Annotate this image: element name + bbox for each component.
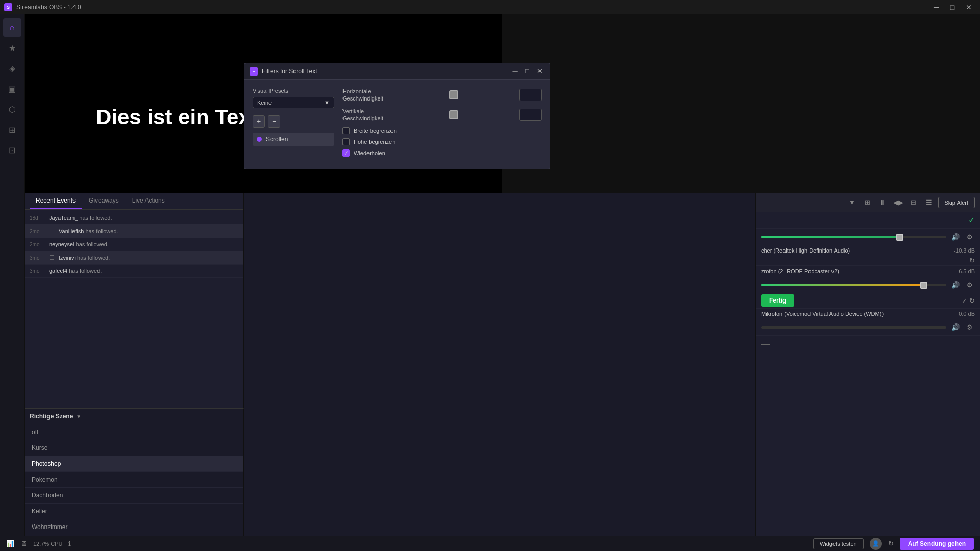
limit-height-checkbox[interactable]	[342, 138, 350, 145]
tab-live-actions[interactable]: Live Actions	[126, 193, 171, 209]
bottom-area: Recent Events Giveaways Live Actions 18d…	[24, 193, 980, 551]
audio-db-2: -6.5 dB	[957, 268, 975, 274]
preset-dropdown[interactable]: Keine ▼	[253, 97, 334, 108]
event-text: JayaTeam_ has followed.	[49, 215, 238, 221]
audio-track-2-container: 🔊 ⚙	[756, 277, 980, 293]
settings-icon-3[interactable]: ⚙	[965, 322, 975, 332]
dropdown-arrow-icon: ▼	[324, 99, 330, 106]
refresh-icon-1[interactable]: ↻	[969, 257, 975, 264]
dropdown-icon-button[interactable]: ▼	[846, 196, 859, 209]
sidebar-icon-scene[interactable]: ▣	[3, 80, 21, 98]
audio-track-3-container: 🔊 ⚙	[756, 319, 980, 336]
audio-thumb-2[interactable]	[920, 282, 927, 289]
status-right: Widgets testen 👤 ↻ Auf Sendung gehen	[813, 538, 974, 550]
settings-icon-2[interactable]: ⚙	[965, 280, 975, 290]
filter-close-button[interactable]: ✕	[534, 67, 545, 76]
event-time: 2mo	[30, 242, 45, 247]
filter-icon-button[interactable]: ⊟	[908, 196, 920, 209]
info-icon-button[interactable]: ℹ	[68, 540, 71, 547]
list-icon-button[interactable]: ☰	[923, 196, 935, 209]
fertig-area: Fertig	[761, 294, 794, 307]
volume-icon-3[interactable]: 🔊	[950, 322, 961, 332]
audio-name-db-2: zrofon (2- RODE Podcaster v2) -6.5 dB	[756, 266, 980, 277]
scene-item-pokemon[interactable]: Pokemon	[24, 472, 243, 488]
close-button[interactable]: ✕	[962, 2, 976, 12]
scenes-header: Richtige Szene ▼	[24, 409, 243, 424]
limit-width-label: Breite begrenzen	[354, 128, 397, 134]
repeat-checkbox[interactable]: ✓	[342, 149, 350, 157]
sidebar-icon-home[interactable]: ⌂	[3, 18, 21, 37]
audio-device-2-name: zrofon (2- RODE Podcaster v2)	[761, 268, 839, 274]
filter-left-panel: Visual Presets Keine ▼ + − Sc	[253, 88, 334, 161]
scene-item-keller[interactable]: Keller	[24, 504, 243, 519]
event-time: 2mo	[30, 229, 45, 234]
audio-check-1-button[interactable]: ✓	[968, 215, 975, 225]
right-toolbar: ▼ ⊞ ⏸ ◀▶ ⊟ ☰ Skip Alert	[756, 193, 980, 212]
maximize-button[interactable]: □	[945, 2, 960, 12]
refresh-status-icon-button[interactable]: ↻	[888, 540, 894, 547]
event-time: 3mo	[30, 268, 45, 274]
scenes-title: Richtige Szene	[30, 413, 73, 420]
events-tabs: Recent Events Giveaways Live Actions	[24, 193, 243, 210]
mixer-bottom: —	[756, 336, 980, 353]
auf-sendung-button[interactable]: Auf Sendung gehen	[900, 538, 974, 550]
horizontal-speed-row: Horizontale Geschwindigkeit 0 0	[342, 88, 542, 103]
grid-icon-button[interactable]: ⊞	[862, 196, 874, 209]
horizontal-speed-thumb[interactable]	[449, 90, 458, 99]
scene-item-photoshop[interactable]: Photoshop	[24, 456, 243, 472]
remove-filter-button[interactable]: −	[268, 115, 280, 128]
limit-width-checkbox[interactable]	[342, 127, 350, 134]
add-filter-button[interactable]: +	[253, 115, 265, 128]
filter-item-scrollen[interactable]: Scrollen	[253, 133, 334, 146]
chart-status-icon-button[interactable]: 📊	[6, 540, 14, 547]
vertical-speed-slider-container: 0	[394, 110, 514, 120]
settings-icon-1[interactable]: ⚙	[965, 232, 975, 242]
sidebar-icon-star[interactable]: ★	[3, 39, 21, 57]
volume-icon-2[interactable]: 🔊	[950, 280, 961, 290]
vertical-speed-input[interactable]: 0	[519, 109, 542, 121]
center-area	[244, 193, 755, 551]
audio-track-1	[761, 236, 946, 238]
scene-item-kurse[interactable]: Kurse	[24, 440, 243, 456]
scene-item-off[interactable]: off	[24, 424, 243, 440]
filter-dialog-body: Visual Presets Keine ▼ + − Sc	[244, 80, 550, 169]
sidebar-icon-alert[interactable]: ◈	[3, 59, 21, 78]
sidebar-icon-chart[interactable]: ⬡	[3, 100, 21, 118]
vertical-speed-thumb[interactable]	[449, 110, 458, 119]
audio-fill-1	[761, 236, 900, 238]
title-bar-left: S Streamlabs OBS - 1.4.0	[4, 3, 81, 11]
scene-item-dachboden[interactable]: Dachboden	[24, 488, 243, 504]
filter-maximize-button[interactable]: □	[522, 67, 532, 76]
fertig-button[interactable]: Fertig	[761, 294, 794, 307]
skip-alert-button[interactable]: Skip Alert	[938, 197, 975, 208]
events-list: 18d JayaTeam_ has followed. 2mo ☐ Vanill…	[24, 210, 243, 408]
horizontal-speed-input[interactable]: 0	[519, 89, 542, 101]
tab-giveaways[interactable]: Giveaways	[83, 193, 125, 209]
vertical-speed-label: Vertikale Geschwindigkeit	[342, 108, 388, 122]
tab-recent-events[interactable]: Recent Events	[30, 193, 82, 209]
filter-actions: + −	[253, 115, 334, 128]
widgets-test-button[interactable]: Widgets testen	[813, 538, 864, 549]
repeat-label: Wiederholen	[354, 150, 385, 156]
event-type-icon: ☐	[49, 254, 55, 261]
scene-item-wohnzimmer[interactable]: Wohnzimmer	[24, 519, 243, 535]
audio-icon-button[interactable]: ◀▶	[892, 196, 904, 209]
check-icon-2[interactable]: ✓	[962, 297, 967, 305]
audio-thumb-1[interactable]	[896, 234, 903, 241]
filter-minimize-button[interactable]: ─	[510, 67, 520, 76]
status-bar: 📊 🖥 12.7% CPU ℹ Widgets testen 👤 ↻ Auf S…	[0, 536, 980, 551]
preview-right	[502, 14, 980, 193]
events-panel: Recent Events Giveaways Live Actions 18d…	[24, 193, 244, 551]
audio-track-2	[761, 284, 946, 286]
minimize-button[interactable]: ─	[929, 2, 943, 12]
cpu-icon-button[interactable]: 🖥	[20, 540, 27, 547]
sidebar-icon-extra[interactable]: ⊡	[3, 141, 21, 159]
audio-row-1-header: ✓	[756, 212, 980, 229]
volume-icon-1[interactable]: 🔊	[950, 232, 961, 242]
refresh-icon-2[interactable]: ↻	[969, 297, 975, 305]
pause-icon-button[interactable]: ⏸	[877, 196, 889, 209]
sidebar-icon-widget[interactable]: ⊞	[3, 120, 21, 139]
event-item: 3mo gafect4 has followed.	[24, 265, 243, 278]
event-item: 3mo ☐ tzvinivi has followed.	[24, 251, 243, 265]
audio-db-1: -10.3 dB	[953, 247, 975, 254]
